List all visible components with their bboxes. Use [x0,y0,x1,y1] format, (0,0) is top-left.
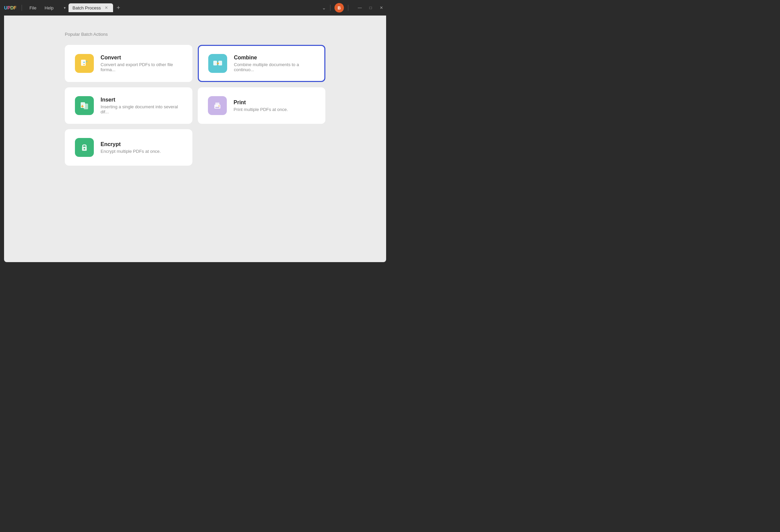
insert-desc: Inserting a single document into several… [101,104,182,114]
print-title: Print [234,100,315,106]
print-icon-bg [208,96,227,115]
tab-close-button[interactable]: ✕ [104,5,109,10]
combine-icon [212,58,223,69]
svg-point-8 [219,106,220,107]
svg-rect-7 [215,107,219,108]
convert-title: Convert [101,55,182,61]
main-content: Popular Batch Actions Convert Convert an… [4,16,386,262]
combine-desc: Combine multiple documents to a continuo… [234,62,315,72]
logo-u: U [4,5,7,10]
insert-title: Insert [101,97,182,103]
action-card-print[interactable]: Print Print multiple PDFs at once. [198,87,325,124]
menu-help[interactable]: Help [41,4,57,12]
svg-rect-6 [215,103,219,105]
maximize-button[interactable]: □ [366,3,375,12]
convert-icon [79,58,90,69]
content-inner: Popular Batch Actions Convert Convert an… [4,16,386,182]
tab-add-button[interactable]: + [114,4,123,12]
app-logo: UPDF [4,5,16,10]
titlebar-dropdown-arrow[interactable]: ⌄ [322,5,326,10]
close-button[interactable]: ✕ [377,3,386,12]
actions-grid: Convert Convert and export PDFs to other… [65,45,325,166]
print-info: Print Print multiple PDFs at once. [234,100,315,112]
logo-d: D [10,5,14,10]
convert-icon-bg [75,54,94,73]
titlebar-right-divider2 [348,5,348,11]
menu-bar: File Help [26,4,57,12]
encrypt-icon [79,142,90,153]
combine-icon-bg [208,54,227,73]
svg-rect-10 [84,148,85,149]
titlebar-divider [22,5,22,11]
tab-dropdown-arrow[interactable]: ▾ [62,4,67,11]
action-card-encrypt[interactable]: Encrypt Encrypt multiple PDFs at once. [65,129,192,166]
action-card-insert[interactable]: Insert Inserting a single document into … [65,87,192,124]
insert-icon-bg [75,96,94,115]
svg-rect-4 [84,104,88,109]
svg-rect-1 [213,61,217,65]
convert-desc: Convert and export PDFs to other file fo… [101,62,182,72]
svg-rect-2 [218,61,222,65]
convert-info: Convert Convert and export PDFs to other… [101,55,182,72]
print-desc: Print multiple PDFs at once. [234,107,315,112]
encrypt-icon-bg [75,138,94,157]
print-icon [212,100,223,111]
tab-batch-process[interactable]: Batch Process ✕ [69,3,113,12]
logo-f: F [14,5,16,10]
encrypt-info: Encrypt Encrypt multiple PDFs at once. [101,141,182,154]
insert-info: Insert Inserting a single document into … [101,97,182,114]
tab-label: Batch Process [73,5,101,10]
menu-file[interactable]: File [26,4,40,12]
encrypt-desc: Encrypt multiple PDFs at once. [101,149,182,154]
tab-area: ▾ Batch Process ✕ + [62,3,319,12]
insert-icon [79,100,90,111]
window-controls: — □ ✕ [355,3,386,12]
section-title: Popular Batch Actions [65,32,325,37]
action-card-convert[interactable]: Convert Convert and export PDFs to other… [65,45,192,82]
titlebar-right: ⌄ B — □ ✕ [322,3,386,12]
minimize-button[interactable]: — [355,3,365,12]
titlebar: UPDF File Help ▾ Batch Process ✕ + ⌄ B —… [0,0,390,16]
combine-title: Combine [234,55,315,61]
user-avatar[interactable]: B [334,3,344,12]
encrypt-title: Encrypt [101,141,182,147]
combine-info: Combine Combine multiple documents to a … [234,55,315,72]
action-card-combine[interactable]: Combine Combine multiple documents to a … [198,45,325,82]
titlebar-right-divider [330,5,330,11]
